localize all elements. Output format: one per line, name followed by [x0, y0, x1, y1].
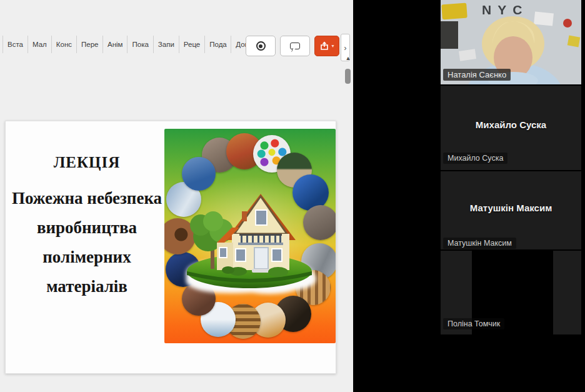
video-tile-matushkin[interactable]: Матушкін Максим Матушкін Максим [441, 171, 581, 249]
tab-view[interactable]: Пода [205, 36, 231, 53]
scrollbar-thumb[interactable] [345, 69, 351, 84]
slide-title: Пожежна небезпека виробництва полімерних… [9, 184, 164, 301]
scrollbar-up-button[interactable]: ▲ [344, 55, 352, 61]
tab-record[interactable]: Запи [154, 36, 179, 53]
tab-review[interactable]: Реце [179, 36, 205, 53]
participant-name-tag: Матушкін Максим [443, 238, 516, 249]
video-tile-polina[interactable]: Поліна Томчик [441, 251, 581, 334]
present-share-button[interactable]: ▾ [314, 36, 339, 56]
screen: Вста Мал Конс Пере Анім Пока Запи Реце П… [0, 0, 585, 392]
participant-name-tag: Наталія Саєнко [443, 69, 511, 81]
tab-draw[interactable]: Мал [28, 36, 52, 53]
record-icon [256, 41, 266, 51]
share-arrow-icon [319, 41, 329, 51]
record-button[interactable] [246, 36, 276, 56]
video-tile-nataliia[interactable]: NYC Наталія Саєнко [441, 0, 581, 84]
participant-name-tag: Михайло Суска [443, 153, 508, 164]
meeting-gallery: NYC Наталія Саєнко Михайло Суска Михайло… [353, 0, 585, 392]
share-dropdown-icon[interactable]: ▾ [331, 44, 334, 49]
comments-button[interactable] [280, 36, 310, 56]
slide-picture[interactable] [164, 129, 336, 343]
participant-display-name: Матушкін Максим [441, 203, 581, 213]
participant-name-tag: Поліна Томчик [443, 318, 504, 329]
ribbon-tab-bar: Вста Мал Конс Пере Анім Пока Запи Реце П… [2, 36, 255, 53]
slide-heading: ЛЕКЦІЯ [9, 154, 164, 171]
slide-canvas[interactable]: ЛЕКЦІЯ Пожежна небезпека виробництва пол… [5, 121, 336, 374]
slide-title-block[interactable]: ЛЕКЦІЯ Пожежна небезпека виробництва пол… [9, 154, 164, 301]
video-tile-mykhailo[interactable]: Михайло Суска Михайло Суска [441, 86, 581, 170]
powerpoint-window: Вста Мал Конс Пере Анім Пока Запи Реце П… [0, 0, 353, 392]
tab-transitions[interactable]: Пере [77, 36, 103, 53]
tab-slideshow[interactable]: Пока [128, 36, 153, 53]
tab-insert[interactable]: Вста [2, 36, 28, 53]
tab-design[interactable]: Конс [52, 36, 77, 53]
chevron-right-icon: › [344, 43, 346, 53]
participant-display-name: Михайло Суска [441, 119, 581, 130]
comment-icon [290, 43, 300, 49]
house-illustration [164, 129, 336, 343]
tab-animations[interactable]: Анім [103, 36, 128, 53]
